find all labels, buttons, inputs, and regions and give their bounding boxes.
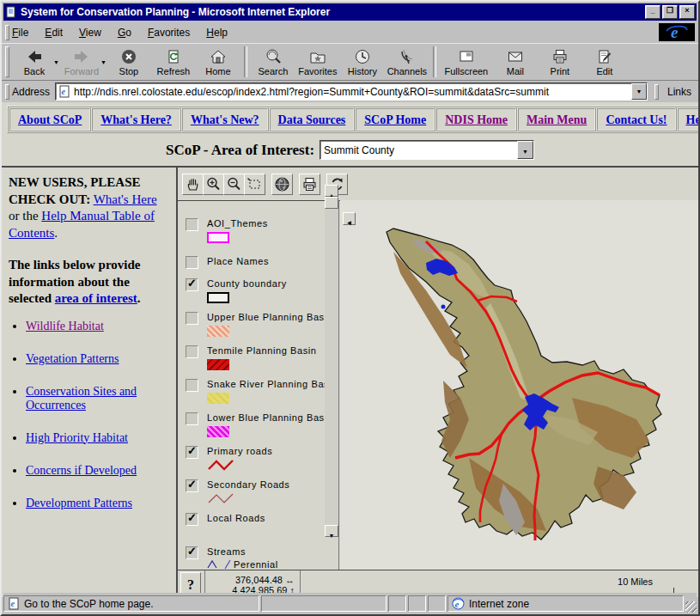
home-icon bbox=[210, 48, 227, 65]
layer-checkbox-primary-roads[interactable] bbox=[186, 446, 198, 459]
menubar-grip[interactable] bbox=[5, 25, 9, 40]
address-input[interactable]: e http://ndis.nrel.colostate.edu/escop/i… bbox=[55, 82, 648, 101]
toolbar-grip[interactable] bbox=[5, 46, 9, 77]
menu-view[interactable]: View bbox=[79, 27, 101, 39]
printer-icon bbox=[301, 176, 318, 192]
nav-whats-here[interactable]: What's Here? bbox=[100, 113, 172, 126]
menu-file[interactable]: File bbox=[12, 27, 28, 39]
home-button[interactable]: Home bbox=[196, 45, 240, 79]
edit-icon bbox=[596, 48, 613, 65]
sidebar-link-development-patterns[interactable]: Development Patterns bbox=[26, 497, 132, 509]
fullscreen-button[interactable]: Fullscreen bbox=[440, 45, 493, 79]
pan-tool-button[interactable] bbox=[182, 174, 204, 195]
links-grip[interactable] bbox=[654, 84, 659, 100]
nav-help[interactable]: Help bbox=[686, 113, 698, 126]
horizontal-arrow-icon: ↔ bbox=[285, 575, 295, 585]
nav-scop-home[interactable]: SCoP Home bbox=[364, 113, 426, 126]
stop-button[interactable]: Stop bbox=[107, 45, 151, 79]
layer-checkbox-upper-blue[interactable] bbox=[186, 312, 198, 325]
favorites-icon bbox=[309, 48, 326, 65]
forward-button[interactable]: Forward bbox=[59, 45, 104, 79]
address-url[interactable]: http://ndis.nrel.colostate.edu/escop/ind… bbox=[74, 86, 631, 98]
ie-page-icon: e bbox=[8, 597, 20, 610]
svg-text:e: e bbox=[62, 87, 66, 96]
search-button[interactable]: Search bbox=[251, 45, 295, 79]
sidebar-link-high-priority-habitat[interactable]: High Priority Habitat bbox=[26, 431, 128, 444]
sidebar-link-vegetation-patterns[interactable]: Vegetation Patterns bbox=[26, 352, 119, 365]
resize-grip[interactable] bbox=[685, 601, 697, 613]
stop-icon bbox=[120, 48, 137, 65]
fullscreen-icon bbox=[458, 48, 475, 65]
layer-checkbox-lower-blue[interactable] bbox=[186, 412, 198, 425]
mail-button[interactable]: Mail bbox=[493, 45, 538, 79]
links-label[interactable]: Links bbox=[667, 86, 691, 98]
scroll-down-icon[interactable] bbox=[325, 525, 338, 537]
minimize-button[interactable]: _ bbox=[645, 5, 660, 19]
layer-scrollbar[interactable] bbox=[325, 185, 338, 537]
map-image[interactable] bbox=[340, 200, 697, 570]
nav-contact-us[interactable]: Contact Us! bbox=[606, 113, 667, 126]
zoom-in-tool-button[interactable] bbox=[203, 174, 224, 195]
menu-edit[interactable]: Edit bbox=[45, 27, 63, 39]
channels-button[interactable]: Channels bbox=[385, 45, 429, 79]
sidebar-link-area-of-interest[interactable]: area of interest bbox=[55, 291, 137, 305]
menu-go[interactable]: Go bbox=[118, 27, 131, 39]
edit-button[interactable]: Edit bbox=[582, 45, 627, 79]
map-toolbar bbox=[178, 168, 698, 201]
map-print-button[interactable] bbox=[299, 174, 320, 195]
layer-checkbox-snake-river[interactable] bbox=[186, 379, 198, 392]
page-icon: e bbox=[58, 85, 70, 98]
sidebar-link-concerns-if-developed[interactable]: Concerns if Developed bbox=[26, 464, 137, 477]
print-button[interactable]: Print bbox=[538, 45, 582, 79]
nav-data-sources[interactable]: Data Sources bbox=[278, 113, 346, 126]
address-dropdown-icon[interactable] bbox=[631, 83, 647, 100]
layer-swatch bbox=[207, 458, 236, 472]
menu-bar: File Edit View Go Favorites Help e bbox=[2, 22, 698, 43]
zoom-out-tool-button[interactable] bbox=[223, 174, 245, 195]
forward-dropdown-icon[interactable]: ▼ bbox=[100, 59, 107, 65]
address-bar: Address e http://ndis.nrel.colostate.edu… bbox=[2, 80, 698, 102]
aoi-select[interactable]: Summit County bbox=[320, 140, 534, 160]
favorites-button[interactable]: Favorites bbox=[295, 45, 340, 79]
browser-toolbar: Back ▼ Forward ▼ Stop Refresh Home Searc… bbox=[2, 43, 698, 80]
refresh-icon bbox=[165, 48, 182, 65]
stream-line-icon bbox=[207, 558, 222, 570]
internet-zone-icon: e bbox=[452, 597, 465, 610]
layer-checkbox-tenmile[interactable] bbox=[186, 345, 198, 358]
layer-checkbox-aoi-themes[interactable] bbox=[186, 218, 198, 231]
maximize-button[interactable]: ❐ bbox=[662, 5, 678, 19]
collapse-legend-icon[interactable] bbox=[343, 212, 356, 225]
back-button[interactable]: Back bbox=[12, 45, 57, 79]
menu-help[interactable]: Help bbox=[206, 27, 228, 39]
scrollbar-thumb[interactable] bbox=[325, 197, 338, 209]
back-dropdown-icon[interactable]: ▼ bbox=[53, 59, 59, 65]
sidebar-link-conservation-sites[interactable]: Conservation Sites and Occurrences bbox=[26, 385, 137, 412]
history-button[interactable]: History bbox=[340, 45, 385, 79]
layer-checkbox-county-boundary[interactable] bbox=[186, 278, 198, 291]
addressbar-grip[interactable] bbox=[5, 84, 9, 100]
layer-checkbox-streams[interactable] bbox=[186, 546, 198, 559]
layer-checkbox-secondary-roads[interactable] bbox=[186, 479, 198, 492]
nav-ndis-home[interactable]: NDIS Home bbox=[445, 113, 508, 126]
map-display[interactable] bbox=[340, 200, 698, 570]
layer-checkbox-place-names[interactable] bbox=[186, 256, 198, 269]
menu-favorites[interactable]: Favorites bbox=[148, 27, 190, 39]
window-document-icon bbox=[5, 6, 17, 18]
layer-checkbox-local-roads[interactable] bbox=[186, 513, 198, 526]
sidebar-link-wildlife-habitat[interactable]: Wildlife Habitat bbox=[26, 320, 104, 332]
overview-globe-button[interactable] bbox=[271, 174, 293, 195]
address-label: Address bbox=[12, 86, 50, 98]
window-title: System for Conservation Planning - Micro… bbox=[21, 6, 643, 18]
zoom-box-tool-button[interactable] bbox=[244, 174, 265, 195]
ie-throbber-logo: e bbox=[659, 23, 695, 41]
aoi-dropdown-icon[interactable] bbox=[517, 141, 533, 159]
scroll-up-icon[interactable] bbox=[325, 185, 338, 197]
nav-about-scop[interactable]: About SCoP bbox=[18, 113, 82, 126]
stream-slash-icon bbox=[223, 558, 232, 570]
refresh-button[interactable]: Refresh bbox=[151, 45, 196, 79]
list-item: High Priority Habitat bbox=[26, 431, 169, 445]
close-button[interactable]: × bbox=[679, 5, 695, 19]
sidebar-link-whats-here[interactable]: What's Here bbox=[94, 192, 157, 206]
nav-whats-new[interactable]: What's New? bbox=[191, 113, 259, 126]
nav-main-menu[interactable]: Main Menu bbox=[527, 113, 587, 126]
